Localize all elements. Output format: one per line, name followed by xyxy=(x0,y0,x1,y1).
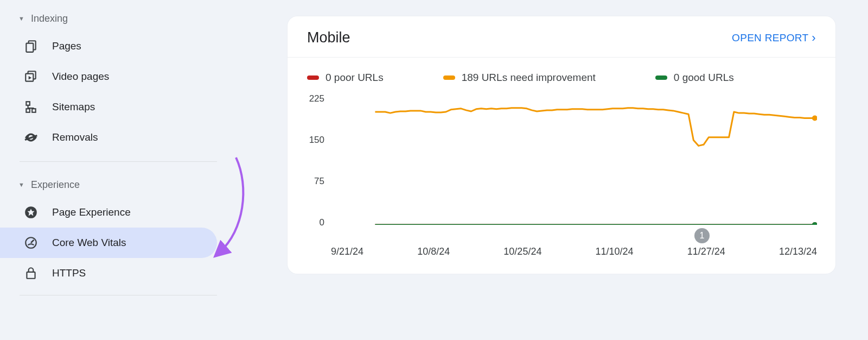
nav-https[interactable]: HTTPS xyxy=(0,258,217,288)
divider xyxy=(20,295,217,295)
card-header: Mobile OPEN REPORT › xyxy=(288,16,835,58)
x-tick: 10/8/24 xyxy=(417,246,450,257)
chart-legend: 0 poor URLs 189 URLs need improvement 0 … xyxy=(288,58,835,88)
nav-label: Core Web Vitals xyxy=(52,237,126,249)
svg-rect-12 xyxy=(27,272,35,279)
x-axis: 9/21/24 10/8/24 10/25/24 11/10/24 11/27/… xyxy=(331,246,817,257)
swatch-need xyxy=(443,75,455,80)
legend-label: 0 good URLs xyxy=(674,72,734,84)
y-tick: 75 xyxy=(298,176,324,187)
main: Mobile OPEN REPORT › 0 poor URLs 189 URL… xyxy=(217,0,868,340)
legend-label: 189 URLs need improvement xyxy=(462,72,596,84)
y-tick: 150 xyxy=(298,135,324,146)
nav-video-pages[interactable]: Video pages xyxy=(0,61,217,92)
nav-label: Page Experience xyxy=(52,206,131,218)
nav-label: HTTPS xyxy=(52,267,86,279)
caret-down-icon: ▼ xyxy=(18,15,24,22)
divider xyxy=(20,161,217,162)
nav-pages[interactable]: Pages xyxy=(0,31,217,61)
svg-point-14 xyxy=(812,115,817,121)
svg-rect-6 xyxy=(32,109,35,112)
speedometer-icon xyxy=(24,236,38,250)
x-tick: 9/21/24 xyxy=(331,246,363,257)
swatch-poor xyxy=(307,75,319,80)
nav-sitemaps[interactable]: Sitemaps xyxy=(0,92,217,122)
svg-rect-5 xyxy=(26,102,30,105)
sidebar: ▼ Indexing Pages Video pages Sitemaps Re… xyxy=(0,0,217,340)
open-report-label: OPEN REPORT xyxy=(732,32,808,44)
y-tick: 0 xyxy=(298,217,324,228)
nav-label: Pages xyxy=(52,40,81,52)
page-experience-icon xyxy=(24,205,38,219)
card-title: Mobile xyxy=(307,29,350,46)
x-tick: 12/13/24 xyxy=(779,246,817,257)
video-pages-icon xyxy=(24,70,38,84)
legend-good[interactable]: 0 good URLs xyxy=(655,72,734,84)
legend-need-improvement[interactable]: 189 URLs need improvement xyxy=(443,72,596,84)
svg-point-15 xyxy=(812,222,817,225)
legend-label: 0 poor URLs xyxy=(326,72,384,84)
nav-label: Removals xyxy=(52,131,98,143)
pages-icon xyxy=(24,39,38,53)
removals-icon xyxy=(24,130,38,144)
chevron-right-icon: › xyxy=(812,31,816,45)
lock-icon xyxy=(24,266,38,280)
sitemaps-icon xyxy=(24,100,38,114)
nav-label: Video pages xyxy=(52,71,109,83)
x-tick: 11/27/24 xyxy=(687,246,725,257)
nav-removals[interactable]: Removals xyxy=(0,122,217,153)
annotation-badge[interactable]: 1 xyxy=(694,228,710,243)
chart-area: 225 150 75 0 1 9/21/24 10/8/24 10/25/24 … xyxy=(298,95,817,257)
section-label: Experience xyxy=(31,179,80,191)
svg-rect-1 xyxy=(26,43,33,52)
nav-core-web-vitals[interactable]: Core Web Vitals xyxy=(0,228,217,258)
chart-plot[interactable]: 1 xyxy=(331,98,817,225)
x-tick: 10/25/24 xyxy=(503,246,541,257)
swatch-good xyxy=(655,75,667,80)
legend-poor[interactable]: 0 poor URLs xyxy=(307,72,384,84)
y-tick: 225 xyxy=(298,93,324,104)
section-experience[interactable]: ▼ Experience xyxy=(0,173,217,197)
x-tick: 11/10/24 xyxy=(596,246,634,257)
svg-rect-7 xyxy=(26,109,30,112)
caret-down-icon: ▼ xyxy=(18,181,24,188)
open-report-link[interactable]: OPEN REPORT › xyxy=(732,31,816,45)
nav-page-experience[interactable]: Page Experience xyxy=(0,197,217,228)
section-indexing[interactable]: ▼ Indexing xyxy=(0,7,217,31)
section-label: Indexing xyxy=(31,13,68,24)
nav-label: Sitemaps xyxy=(52,101,95,113)
report-card: Mobile OPEN REPORT › 0 poor URLs 189 URL… xyxy=(288,16,835,274)
